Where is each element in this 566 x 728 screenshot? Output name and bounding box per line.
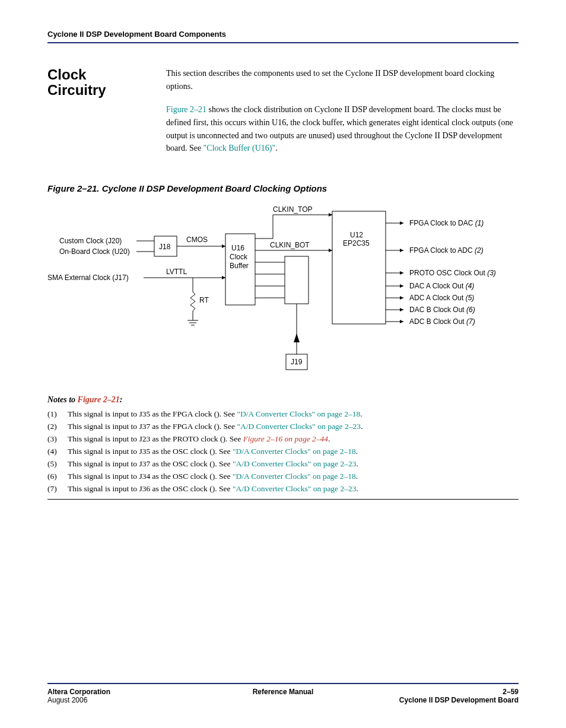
notes-title-before: Notes to (47, 395, 78, 404)
u16-line1: U16 (231, 244, 244, 252)
page-footer: Altera Corporation August 2006 Reference… (47, 683, 519, 704)
note-link[interactable]: Figure 2–16 on page 2–44 (243, 434, 328, 443)
note-body: This signal is input to J35 as the OSC c… (68, 446, 358, 458)
note-item-7: (7)This signal is input to J36 as the OS… (47, 483, 519, 495)
note-link[interactable]: "A/D Converter Clocks" on page 2–23 (237, 422, 361, 431)
footer-doc-type: Reference Manual (205, 688, 362, 704)
output-label-6: DAC B Clock Out (6) (409, 306, 475, 314)
note-body: This signal is input to J35 as the FPGA … (68, 408, 363, 421)
footer-date: August 2006 (47, 696, 205, 704)
output-label-5: ADC A Clock Out (5) (409, 294, 474, 302)
j19-label: J19 (291, 358, 303, 366)
note-link[interactable]: "D/A Converter Clocks" on page 2–18 (237, 409, 360, 418)
note-item-6: (6)This signal is input to J34 as the OS… (47, 471, 519, 483)
note-body: This signal is input to J23 as the PROTO… (68, 433, 330, 446)
clocking-diagram: Custom Clock (J20) On-Board Clock (U20) … (47, 203, 519, 383)
rt-label: RT (199, 296, 209, 304)
note-index: (4) (47, 446, 68, 458)
notes-title-after: : (120, 395, 123, 404)
output-label-4: DAC A Clock Out (4) (409, 282, 474, 290)
footer-company: Altera Corporation (47, 688, 205, 696)
note-index: (1) (47, 408, 68, 421)
figure-notes: Notes to Figure 2–21: (1)This signal is … (47, 395, 519, 499)
note-index: (3) (47, 433, 68, 446)
u12-line1: U12 (350, 231, 363, 239)
footer-page-number: 2–59 (361, 688, 519, 696)
figure-title: Figure 2–21. Cyclone II DSP Development … (47, 183, 519, 193)
output-label-7: ADC B Clock Out (7) (409, 317, 475, 326)
note-item-1: (1)This signal is input to J35 as the FP… (47, 408, 519, 421)
output-label-1: FPGA Clock to DAC (1) (409, 219, 484, 227)
note-item-3: (3)This signal is input to J23 as the PR… (47, 433, 519, 446)
figure-ref-link[interactable]: Figure 2–21 (166, 105, 206, 114)
lvttl-label: LVTTL (166, 268, 187, 276)
note-item-2: (2)This signal is input to J37 as the FP… (47, 421, 519, 433)
note-index: (6) (47, 471, 68, 483)
note-link[interactable]: "D/A Converter Clocks" on page 2–18 (233, 472, 356, 481)
custom-clock-label: Custom Clock (J20) (59, 237, 122, 245)
onboard-clock-label: On-Board Clock (U20) (59, 247, 130, 256)
note-link[interactable]: "A/D Converter Clocks" on page 2–23 (233, 459, 357, 468)
svg-rect-23 (332, 211, 386, 324)
intro-para-1: This section describes the components us… (166, 67, 519, 93)
note-item-4: (4)This signal is input to J35 as the OS… (47, 446, 519, 458)
clkin-bot-label: CLKIN_BOT (270, 241, 310, 249)
note-body: This signal is input to J36 as the OSC c… (68, 483, 358, 495)
u12-line2: EP2C35 (343, 239, 370, 247)
note-body: This signal is input to J34 as the OSC c… (68, 471, 358, 483)
u16-line2: Clock (230, 253, 248, 261)
j18-label: J18 (159, 243, 171, 251)
section-title: Clock Circuitry (47, 67, 148, 98)
u16-line3: Buffer (230, 262, 249, 270)
note-index: (2) (47, 421, 68, 433)
notes-title-link[interactable]: Figure 2–21 (78, 395, 120, 404)
note-body: This signal is input to J37 as the FPGA … (68, 421, 363, 433)
notes-title: Notes to Figure 2–21: (47, 395, 519, 405)
note-index: (5) (47, 458, 68, 471)
note-index: (7) (47, 483, 68, 495)
note-body: This signal is input to J37 as the OSC c… (68, 458, 358, 471)
notes-list: (1)This signal is input to J35 as the FP… (47, 408, 519, 499)
output-label-3: PROTO OSC Clock Out (3) (409, 269, 496, 277)
intro-para-2-tail: . (275, 144, 278, 152)
intro-text: This section describes the components us… (166, 67, 519, 166)
svg-rect-19 (285, 256, 309, 304)
cmos-label: CMOS (186, 236, 208, 244)
running-header: Cyclone II DSP Development Board Compone… (47, 30, 519, 43)
footer-board-name: Cyclone II DSP Development Board (361, 696, 519, 704)
note-link[interactable]: "A/D Converter Clocks" on page 2–23 (233, 484, 357, 493)
intro-para-2: Figure 2–21 shows the clock distribution… (166, 103, 519, 155)
svg-marker-21 (294, 333, 300, 342)
clkin-top-label: CLKIN_TOP (273, 205, 312, 214)
note-link[interactable]: "D/A Converter Clocks" on page 2–18 (233, 447, 356, 456)
clock-buffer-link[interactable]: "Clock Buffer (U16)" (203, 144, 276, 152)
note-item-5: (5)This signal is input to J37 as the OS… (47, 458, 519, 471)
output-label-2: FPGA Clock to ADC (2) (409, 246, 484, 255)
title-paragraph-row: Clock Circuitry This section describes t… (47, 67, 519, 166)
sma-clock-label: SMA External Clock (J17) (47, 274, 129, 282)
